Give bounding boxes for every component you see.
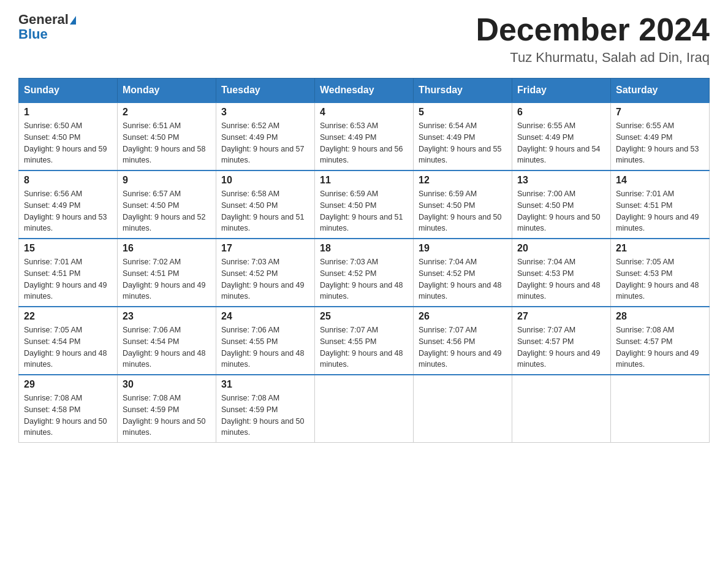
day-info: Sunrise: 7:07 AMSunset: 4:56 PMDaylight:…	[419, 326, 502, 369]
calendar-day-cell	[611, 375, 710, 443]
day-info: Sunrise: 7:06 AMSunset: 4:54 PMDaylight:…	[123, 326, 206, 369]
day-number: 18	[320, 243, 408, 254]
calendar-week-row: 1 Sunrise: 6:50 AMSunset: 4:50 PMDayligh…	[19, 102, 710, 170]
calendar-day-cell	[414, 375, 512, 443]
day-info: Sunrise: 6:59 AMSunset: 4:50 PMDaylight:…	[320, 190, 403, 232]
day-info: Sunrise: 6:59 AMSunset: 4:50 PMDaylight:…	[419, 190, 502, 232]
day-number: 9	[123, 175, 211, 186]
day-info: Sunrise: 7:05 AMSunset: 4:53 PMDaylight:…	[616, 258, 699, 301]
calendar-day-cell: 1 Sunrise: 6:50 AMSunset: 4:50 PMDayligh…	[19, 102, 118, 170]
month-title: December 2024	[476, 12, 710, 47]
calendar-week-row: 15 Sunrise: 7:01 AMSunset: 4:51 PMDaylig…	[19, 239, 710, 307]
day-of-week-header: Sunday	[19, 79, 118, 103]
calendar-day-cell: 13 Sunrise: 7:00 AMSunset: 4:50 PMDaylig…	[512, 170, 611, 239]
day-number: 7	[616, 107, 704, 118]
calendar-day-cell: 14 Sunrise: 7:01 AMSunset: 4:51 PMDaylig…	[611, 170, 710, 239]
day-info: Sunrise: 6:58 AMSunset: 4:50 PMDaylight:…	[221, 190, 305, 232]
calendar-day-cell: 4 Sunrise: 6:53 AMSunset: 4:49 PMDayligh…	[315, 102, 414, 170]
day-info: Sunrise: 7:03 AMSunset: 4:52 PMDaylight:…	[320, 258, 403, 301]
day-number: 12	[419, 175, 507, 186]
calendar-day-cell: 9 Sunrise: 6:57 AMSunset: 4:50 PMDayligh…	[118, 170, 216, 239]
day-number: 19	[419, 243, 507, 254]
day-info: Sunrise: 6:53 AMSunset: 4:49 PMDaylight:…	[320, 121, 403, 164]
day-info: Sunrise: 6:54 AMSunset: 4:49 PMDaylight:…	[419, 121, 502, 164]
calendar-day-cell: 18 Sunrise: 7:03 AMSunset: 4:52 PMDaylig…	[315, 239, 414, 307]
calendar-day-cell: 28 Sunrise: 7:08 AMSunset: 4:57 PMDaylig…	[611, 307, 710, 375]
calendar-day-cell: 20 Sunrise: 7:04 AMSunset: 4:53 PMDaylig…	[512, 239, 611, 307]
day-of-week-header: Monday	[118, 79, 216, 103]
day-info: Sunrise: 7:05 AMSunset: 4:54 PMDaylight:…	[24, 326, 107, 369]
calendar-day-cell: 21 Sunrise: 7:05 AMSunset: 4:53 PMDaylig…	[611, 239, 710, 307]
day-info: Sunrise: 6:56 AMSunset: 4:49 PMDaylight:…	[24, 190, 107, 232]
day-number: 11	[320, 175, 408, 186]
location-subtitle: Tuz Khurmatu, Salah ad Din, Iraq	[476, 50, 710, 66]
day-info: Sunrise: 7:04 AMSunset: 4:52 PMDaylight:…	[419, 258, 502, 301]
day-number: 25	[320, 311, 408, 322]
day-info: Sunrise: 7:08 AMSunset: 4:59 PMDaylight:…	[221, 394, 305, 437]
title-block: December 2024 Tuz Khurmatu, Salah ad Din…	[476, 12, 710, 66]
calendar-day-cell: 30 Sunrise: 7:08 AMSunset: 4:59 PMDaylig…	[118, 375, 216, 443]
calendar-day-cell: 11 Sunrise: 6:59 AMSunset: 4:50 PMDaylig…	[315, 170, 414, 239]
logo-triangle-icon	[70, 16, 76, 25]
calendar-week-row: 8 Sunrise: 6:56 AMSunset: 4:49 PMDayligh…	[19, 170, 710, 239]
calendar-day-cell: 16 Sunrise: 7:02 AMSunset: 4:51 PMDaylig…	[118, 239, 216, 307]
calendar-day-cell: 26 Sunrise: 7:07 AMSunset: 4:56 PMDaylig…	[414, 307, 512, 375]
calendar-day-cell	[315, 375, 414, 443]
calendar-day-cell: 22 Sunrise: 7:05 AMSunset: 4:54 PMDaylig…	[19, 307, 118, 375]
day-number: 1	[24, 107, 112, 118]
day-of-week-header: Tuesday	[216, 79, 315, 103]
day-info: Sunrise: 6:52 AMSunset: 4:49 PMDaylight:…	[221, 121, 305, 164]
day-number: 15	[24, 243, 112, 254]
calendar-day-cell: 5 Sunrise: 6:54 AMSunset: 4:49 PMDayligh…	[414, 102, 512, 170]
page-header: General Blue December 2024 Tuz Khurmatu,…	[18, 12, 710, 66]
logo-general-text: General	[18, 12, 69, 27]
day-info: Sunrise: 7:08 AMSunset: 4:57 PMDaylight:…	[616, 326, 699, 369]
day-info: Sunrise: 7:03 AMSunset: 4:52 PMDaylight:…	[221, 258, 305, 301]
day-number: 22	[24, 311, 112, 322]
calendar-day-cell: 3 Sunrise: 6:52 AMSunset: 4:49 PMDayligh…	[216, 102, 315, 170]
day-number: 13	[517, 175, 605, 186]
calendar-body: 1 Sunrise: 6:50 AMSunset: 4:50 PMDayligh…	[19, 102, 710, 443]
day-number: 6	[517, 107, 605, 118]
day-info: Sunrise: 6:57 AMSunset: 4:50 PMDaylight:…	[123, 190, 206, 232]
calendar-day-cell: 25 Sunrise: 7:07 AMSunset: 4:55 PMDaylig…	[315, 307, 414, 375]
calendar-day-cell: 15 Sunrise: 7:01 AMSunset: 4:51 PMDaylig…	[19, 239, 118, 307]
day-number: 10	[221, 175, 309, 186]
day-number: 31	[221, 379, 309, 390]
day-number: 8	[24, 175, 112, 186]
calendar-day-cell: 7 Sunrise: 6:55 AMSunset: 4:49 PMDayligh…	[611, 102, 710, 170]
day-number: 24	[221, 311, 309, 322]
calendar-day-cell: 19 Sunrise: 7:04 AMSunset: 4:52 PMDaylig…	[414, 239, 512, 307]
day-info: Sunrise: 7:04 AMSunset: 4:53 PMDaylight:…	[517, 258, 601, 301]
calendar-week-row: 22 Sunrise: 7:05 AMSunset: 4:54 PMDaylig…	[19, 307, 710, 375]
day-of-week-header: Friday	[512, 79, 611, 103]
calendar-day-cell: 29 Sunrise: 7:08 AMSunset: 4:58 PMDaylig…	[19, 375, 118, 443]
calendar-day-cell: 27 Sunrise: 7:07 AMSunset: 4:57 PMDaylig…	[512, 307, 611, 375]
calendar-week-row: 29 Sunrise: 7:08 AMSunset: 4:58 PMDaylig…	[19, 375, 710, 443]
day-info: Sunrise: 7:08 AMSunset: 4:58 PMDaylight:…	[24, 394, 107, 437]
day-number: 26	[419, 311, 507, 322]
day-number: 28	[616, 311, 704, 322]
day-number: 21	[616, 243, 704, 254]
days-of-week-row: SundayMondayTuesdayWednesdayThursdayFrid…	[19, 79, 710, 103]
day-number: 4	[320, 107, 408, 118]
day-number: 23	[123, 311, 211, 322]
day-info: Sunrise: 7:07 AMSunset: 4:55 PMDaylight:…	[320, 326, 403, 369]
day-info: Sunrise: 7:06 AMSunset: 4:55 PMDaylight:…	[221, 326, 305, 369]
day-info: Sunrise: 6:55 AMSunset: 4:49 PMDaylight:…	[616, 121, 699, 164]
calendar-day-cell: 2 Sunrise: 6:51 AMSunset: 4:50 PMDayligh…	[118, 102, 216, 170]
day-number: 27	[517, 311, 605, 322]
day-number: 3	[221, 107, 309, 118]
calendar-day-cell: 31 Sunrise: 7:08 AMSunset: 4:59 PMDaylig…	[216, 375, 315, 443]
logo: General Blue	[18, 12, 76, 42]
calendar-day-cell: 10 Sunrise: 6:58 AMSunset: 4:50 PMDaylig…	[216, 170, 315, 239]
day-number: 16	[123, 243, 211, 254]
day-number: 20	[517, 243, 605, 254]
calendar-day-cell: 23 Sunrise: 7:06 AMSunset: 4:54 PMDaylig…	[118, 307, 216, 375]
day-of-week-header: Saturday	[611, 79, 710, 103]
day-of-week-header: Wednesday	[315, 79, 414, 103]
day-info: Sunrise: 7:01 AMSunset: 4:51 PMDaylight:…	[24, 258, 107, 301]
day-number: 5	[419, 107, 507, 118]
day-number: 14	[616, 175, 704, 186]
day-number: 17	[221, 243, 309, 254]
